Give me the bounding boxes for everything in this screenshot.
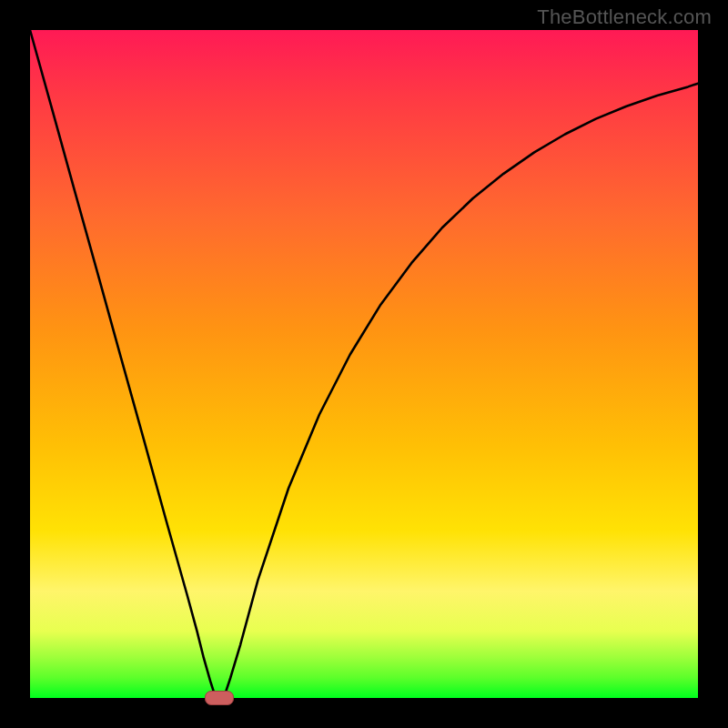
curve-path [30, 30, 698, 698]
chart-frame: TheBottleneck.com [0, 0, 728, 728]
watermark-text: TheBottleneck.com [537, 5, 712, 29]
plot-area [30, 30, 698, 698]
bottleneck-curve [30, 30, 698, 698]
optimal-point-marker [205, 691, 234, 705]
